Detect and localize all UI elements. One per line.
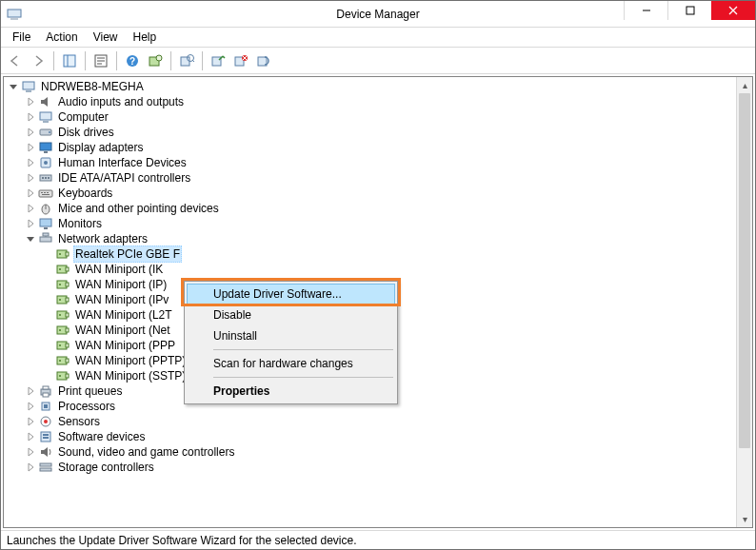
- mouse-icon: [38, 201, 53, 216]
- svg-rect-58: [66, 283, 69, 286]
- tree-item[interactable]: Sensors: [6, 414, 736, 429]
- tree-item[interactable]: Software devices: [6, 429, 736, 444]
- tree-expander-closed-icon[interactable]: [25, 401, 36, 412]
- tree-expander-closed-icon[interactable]: [25, 187, 36, 199]
- tree-item[interactable]: Audio inputs and outputs: [6, 94, 736, 109]
- toolbar-scan-hardware-button[interactable]: [176, 50, 197, 71]
- toolbar-uninstall-button[interactable]: [230, 50, 251, 71]
- svg-rect-64: [66, 313, 69, 317]
- tree-expander-closed-icon[interactable]: [25, 127, 36, 138]
- tree-item-label: WAN Miniport (SSTP): [73, 368, 188, 383]
- context-menu-item[interactable]: Disable: [187, 304, 395, 325]
- tree-expander-closed-icon[interactable]: [25, 446, 36, 458]
- svg-rect-48: [40, 237, 51, 242]
- svg-point-84: [44, 420, 48, 423]
- svg-rect-89: [40, 468, 51, 471]
- tree-item-label: WAN Miniport (PPTP): [73, 353, 188, 368]
- tree-item[interactable]: Disk drives: [6, 125, 736, 140]
- tree-expander-closed-icon[interactable]: [25, 172, 36, 184]
- tree-item-label: Monitors: [56, 216, 104, 231]
- tree-item[interactable]: Storage controllers: [6, 460, 736, 475]
- tree-root[interactable]: NDRWEB8-MEGHA: [6, 79, 736, 94]
- scroll-down-button[interactable]: ▾: [737, 511, 752, 527]
- toolbar-forward-button[interactable]: [28, 50, 49, 71]
- svg-rect-41: [44, 192, 46, 193]
- tree-item-label: Human Interface Devices: [56, 155, 189, 170]
- toolbar-separator: [170, 51, 171, 70]
- svg-rect-25: [23, 82, 34, 89]
- tree-expander-closed-icon[interactable]: [25, 416, 36, 427]
- ide-icon: [38, 170, 53, 186]
- titlebar: Device Manager: [1, 1, 755, 28]
- printer-icon: [38, 383, 53, 399]
- scrollbar[interactable]: ▴ ▾: [736, 77, 752, 527]
- tree-expander-closed-icon[interactable]: [25, 203, 36, 214]
- close-button[interactable]: [711, 1, 755, 20]
- sound-icon: [38, 444, 53, 460]
- scroll-up-button[interactable]: ▴: [737, 77, 752, 93]
- tree-item[interactable]: Sound, video and game controllers: [6, 444, 736, 460]
- svg-rect-31: [40, 143, 51, 150]
- tree-item[interactable]: Realtek PCIe GBE F: [6, 246, 736, 262]
- tree-item[interactable]: IDE ATA/ATAPI controllers: [6, 170, 736, 186]
- svg-rect-82: [44, 404, 48, 408]
- svg-rect-87: [43, 437, 49, 439]
- tree-item[interactable]: WAN Miniport (IK: [6, 262, 736, 277]
- tree-item[interactable]: Display adapters: [6, 140, 736, 155]
- svg-rect-47: [44, 227, 48, 229]
- minimize-button[interactable]: [624, 1, 667, 20]
- toolbar-help-button[interactable]: ?: [122, 50, 143, 71]
- svg-rect-80: [43, 393, 49, 397]
- context-menu-item[interactable]: Scan for hardware changes: [187, 353, 395, 374]
- tree-item[interactable]: Computer: [6, 109, 736, 125]
- tree-item-label: Disk drives: [56, 125, 116, 140]
- menu-action[interactable]: Action: [38, 29, 85, 46]
- tree-item[interactable]: Mice and other pointing devices: [6, 201, 736, 216]
- svg-point-59: [59, 284, 61, 285]
- toolbar-disable-button[interactable]: [253, 50, 274, 71]
- tree-expander-closed-icon[interactable]: [25, 142, 36, 153]
- context-menu-item[interactable]: Update Driver Software...: [187, 284, 395, 304]
- toolbar-back-button[interactable]: [5, 50, 26, 71]
- nic-icon: [55, 292, 70, 307]
- tree-expander-closed-icon[interactable]: [25, 218, 36, 229]
- menu-help[interactable]: Help: [126, 29, 165, 46]
- tree-item[interactable]: Keyboards: [6, 186, 736, 201]
- tree-item[interactable]: Human Interface Devices: [6, 155, 736, 170]
- tree-expander-open-icon[interactable]: [25, 233, 36, 245]
- monitor-icon: [38, 216, 53, 231]
- menu-file[interactable]: File: [5, 29, 38, 46]
- menu-view[interactable]: View: [86, 29, 126, 46]
- tree-item-label: IDE ATA/ATAPI controllers: [56, 170, 192, 186]
- toolbar-show-hidden-button[interactable]: [59, 50, 80, 71]
- toolbar-update-driver-button[interactable]: [145, 50, 166, 71]
- svg-rect-39: [39, 190, 52, 197]
- tree-root-label: NDRWEB8-MEGHA: [39, 79, 146, 94]
- svg-rect-76: [66, 374, 69, 378]
- tree-item-label: WAN Miniport (Net: [73, 323, 172, 338]
- tree-expander-closed-icon[interactable]: [25, 111, 36, 123]
- tree-item-label: Storage controllers: [56, 460, 156, 475]
- scroll-track[interactable]: [737, 93, 752, 511]
- svg-rect-55: [66, 267, 69, 271]
- tree-item[interactable]: Network adapters: [6, 231, 736, 246]
- svg-rect-61: [66, 298, 69, 302]
- tree-expander-closed-icon[interactable]: [25, 431, 36, 442]
- tree-item[interactable]: Monitors: [6, 216, 736, 231]
- tree-expander-closed-icon[interactable]: [25, 157, 36, 168]
- context-menu-item[interactable]: Uninstall: [187, 325, 395, 346]
- toolbar-enable-button[interactable]: [208, 50, 229, 71]
- tree-expander-closed-icon[interactable]: [25, 96, 36, 108]
- svg-rect-88: [40, 463, 51, 466]
- toolbar-properties-button[interactable]: [90, 50, 111, 71]
- maximize-button[interactable]: [667, 1, 711, 20]
- tree-expander-closed-icon[interactable]: [25, 385, 36, 397]
- context-menu-item[interactable]: Properties: [187, 381, 395, 402]
- tree-item-label: WAN Miniport (PPP: [73, 338, 177, 353]
- scroll-thumb[interactable]: [739, 93, 750, 448]
- svg-rect-37: [45, 177, 47, 179]
- svg-rect-26: [26, 90, 31, 92]
- tree-item-label: Keyboards: [56, 186, 114, 201]
- tree-expander-open-icon[interactable]: [8, 81, 19, 92]
- tree-expander-closed-icon[interactable]: [25, 462, 36, 473]
